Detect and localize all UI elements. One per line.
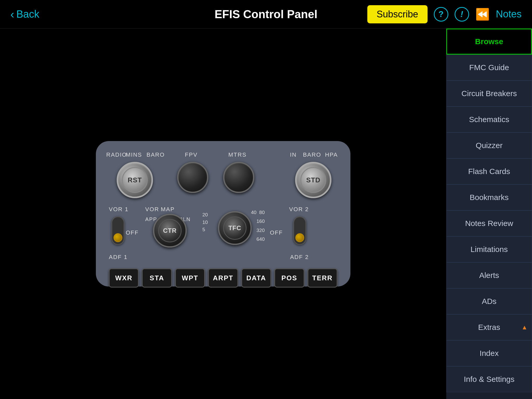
sidebar-item-alerts[interactable]: Alerts bbox=[446, 262, 532, 288]
fpv-label: FPV bbox=[185, 151, 198, 158]
ctr-map-label: MAP bbox=[161, 206, 175, 213]
rewind-button[interactable]: ⏪ bbox=[475, 8, 490, 21]
tfc-knob-group: 20 10 5 40 80 160 320 640 TFC bbox=[202, 206, 265, 263]
mins-label: MINS bbox=[126, 151, 142, 158]
tfc-knob[interactable]: TFC bbox=[218, 211, 252, 245]
hpa-label: HPA bbox=[325, 151, 338, 158]
sidebar-info-settings-label: Info & Settings bbox=[464, 375, 514, 384]
pos-button[interactable]: POS bbox=[274, 268, 304, 288]
knobs-row-bottom: VOR 1 OFF ADF 1 VOR MAP APP PLN CTR bbox=[106, 206, 340, 263]
fpv-knob[interactable] bbox=[177, 162, 208, 193]
sidebar-circuit-breakers-label: Circuit Breakers bbox=[461, 89, 517, 98]
panel-buttons-row: WXR STA WPT ARPT DATA POS TERR bbox=[106, 268, 340, 288]
ctr-knob[interactable]: CTR bbox=[153, 214, 187, 248]
alert-icon[interactable]: ! bbox=[455, 7, 469, 22]
notes-button[interactable]: Notes bbox=[496, 9, 522, 20]
sidebar-alerts-label: Alerts bbox=[479, 271, 499, 280]
sidebar-item-index[interactable]: Index bbox=[446, 340, 532, 366]
back-button[interactable]: ‹ Back bbox=[10, 8, 39, 20]
knobs-row-top: RADIO MINS BARO RST FPV MTRS IN BARO bbox=[106, 149, 340, 201]
fpv-knob-group: FPV bbox=[172, 149, 215, 201]
std-knob-inner: STD bbox=[300, 167, 326, 193]
data-button[interactable]: DATA bbox=[241, 268, 271, 288]
page-title: EFIS Control Panel bbox=[215, 8, 317, 21]
sidebar-item-browse[interactable]: Browse bbox=[446, 29, 532, 55]
vor1-toggle-thumb bbox=[114, 233, 122, 242]
vor2-toggle[interactable] bbox=[293, 216, 306, 245]
mtrs-label: MTRS bbox=[228, 151, 247, 158]
vor2-toggle-thumb bbox=[295, 233, 304, 242]
back-chevron-icon: ‹ bbox=[10, 9, 14, 20]
sidebar-item-ads[interactable]: ADs bbox=[446, 288, 532, 314]
sidebar-ads-label: ADs bbox=[482, 297, 497, 306]
in-label: IN bbox=[290, 151, 297, 158]
sidebar-limitations-label: Limitations bbox=[470, 245, 508, 254]
baro-left-label: BARO bbox=[147, 151, 165, 158]
sidebar-item-bookmarks[interactable]: Bookmarks bbox=[446, 184, 532, 210]
sidebar-flash-cards-label: Flash Cards bbox=[468, 167, 510, 176]
vor1-top-label: VOR 1 bbox=[109, 206, 129, 213]
rst-knob-group: RADIO MINS BARO RST bbox=[106, 149, 164, 201]
main-content: RADIO MINS BARO RST FPV MTRS IN BARO bbox=[0, 29, 446, 399]
vor2-top-label: VOR 2 bbox=[289, 206, 309, 213]
sidebar-browse-label: Browse bbox=[475, 37, 503, 46]
ctr-knob-inner: CTR bbox=[158, 219, 182, 242]
wxr-button[interactable]: WXR bbox=[109, 268, 139, 288]
sidebar: ▶ Browse FMC Guide Circuit Breakers Sche… bbox=[446, 29, 532, 399]
sidebar-bookmarks-label: Bookmarks bbox=[470, 193, 509, 202]
vor2-group: VOR 2 OFF ADF 2 bbox=[270, 206, 311, 263]
sidebar-item-info-settings[interactable]: Info & Settings bbox=[446, 366, 532, 392]
radio-label: RADIO bbox=[106, 151, 127, 158]
sidebar-item-schematics[interactable]: Schematics bbox=[446, 107, 532, 132]
help-icon[interactable]: ? bbox=[434, 7, 448, 22]
mtrs-knob[interactable] bbox=[223, 162, 254, 193]
efis-panel: RADIO MINS BARO RST FPV MTRS IN BARO bbox=[96, 141, 350, 287]
std-knob[interactable]: STD bbox=[295, 162, 331, 198]
vor1-group: VOR 1 OFF ADF 1 bbox=[106, 206, 140, 263]
rst-knob[interactable]: RST bbox=[117, 162, 153, 198]
baro-right-label: BARO bbox=[303, 151, 321, 158]
adf2-label: ADF 2 bbox=[290, 254, 309, 261]
sidebar-schematics-label: Schematics bbox=[469, 115, 509, 124]
std-knob-group: IN BARO HPA STD bbox=[282, 149, 340, 201]
sidebar-item-fmc-guide[interactable]: FMC Guide bbox=[446, 55, 532, 81]
adf1-label: ADF 1 bbox=[109, 254, 128, 261]
tfc-scale-right: 40 80 160 320 640 bbox=[251, 209, 265, 243]
sidebar-fmc-guide-label: FMC Guide bbox=[469, 63, 509, 72]
sidebar-item-flash-cards[interactable]: Flash Cards bbox=[446, 158, 532, 184]
vor1-off-label: OFF bbox=[126, 229, 139, 236]
wpt-button[interactable]: WPT bbox=[175, 268, 205, 288]
sidebar-extras-label: Extras bbox=[478, 323, 500, 332]
ctr-knob-group: VOR MAP APP PLN CTR bbox=[145, 206, 197, 263]
sidebar-item-notes-review[interactable]: Notes Review bbox=[446, 210, 532, 236]
back-label: Back bbox=[16, 8, 39, 20]
sidebar-item-circuit-breakers[interactable]: Circuit Breakers bbox=[446, 81, 532, 107]
sidebar-item-extras[interactable]: Extras ▲ bbox=[446, 314, 532, 340]
tfc-scale-left: 20 10 5 bbox=[202, 211, 208, 234]
mtrs-knob-group: MTRS bbox=[218, 149, 261, 201]
sta-button[interactable]: STA bbox=[142, 268, 172, 288]
sidebar-item-limitations[interactable]: Limitations bbox=[446, 236, 532, 262]
arpt-button[interactable]: ARPT bbox=[208, 268, 238, 288]
sidebar-quizzer-label: Quizzer bbox=[476, 141, 502, 150]
header: ‹ Back EFIS Control Panel Subscribe ? ! … bbox=[0, 0, 532, 29]
subscribe-button[interactable]: Subscribe bbox=[367, 5, 428, 23]
vor2-off-label: OFF bbox=[270, 229, 283, 236]
terr-button[interactable]: TERR bbox=[308, 268, 337, 288]
sidebar-index-label: Index bbox=[480, 349, 498, 358]
ctr-vor-label: VOR bbox=[145, 206, 159, 213]
extras-triangle-icon: ▲ bbox=[521, 324, 528, 331]
header-right: Subscribe ? ! ⏪ Notes bbox=[367, 5, 522, 23]
sidebar-item-quizzer[interactable]: Quizzer bbox=[446, 132, 532, 158]
tfc-knob-inner: TFC bbox=[223, 216, 247, 240]
sidebar-notes-review-label: Notes Review bbox=[465, 219, 513, 228]
rst-knob-inner: RST bbox=[122, 167, 148, 193]
vor1-toggle[interactable] bbox=[111, 216, 124, 245]
